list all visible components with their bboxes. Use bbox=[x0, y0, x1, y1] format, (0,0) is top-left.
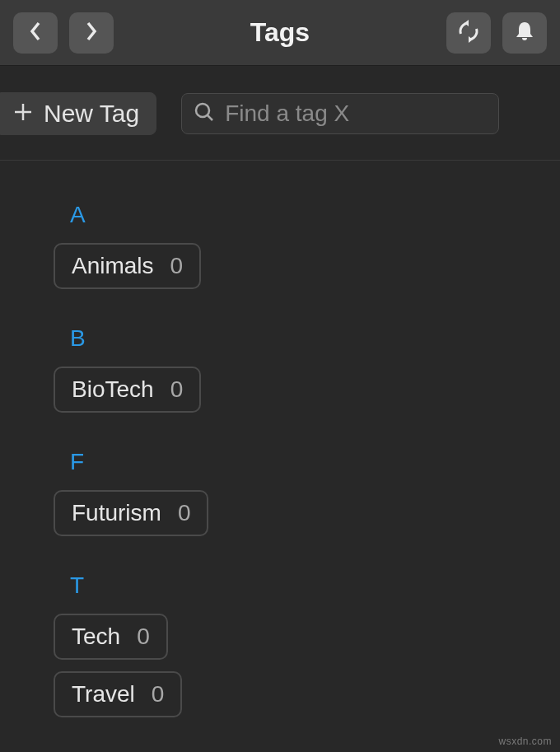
tag-name: Travel bbox=[72, 681, 135, 708]
plus-icon bbox=[12, 101, 34, 126]
new-tag-button[interactable]: New Tag bbox=[0, 92, 156, 135]
tag-count: 0 bbox=[170, 376, 184, 403]
chevron-left-icon bbox=[27, 20, 44, 46]
search-icon bbox=[194, 101, 215, 126]
letter-heading: T bbox=[54, 564, 560, 614]
letter-heading: B bbox=[54, 317, 560, 367]
tags-list: A Animals 0 B BioTech 0 F Futurism 0 T bbox=[0, 161, 560, 729]
tag-count: 0 bbox=[152, 681, 165, 708]
letter-heading: F bbox=[54, 441, 560, 490]
watermark: wsxdn.com bbox=[498, 736, 552, 747]
tag-name: Tech bbox=[72, 624, 120, 650]
letter-heading: A bbox=[54, 194, 560, 243]
svg-marker-0 bbox=[464, 20, 469, 26]
tag-chip[interactable]: Tech 0 bbox=[54, 614, 168, 660]
notifications-button[interactable] bbox=[502, 12, 547, 54]
letter-group: B BioTech 0 bbox=[54, 317, 560, 424]
title-bar: Tags bbox=[0, 0, 560, 66]
letter-group: T Tech 0 Travel 0 bbox=[54, 564, 560, 729]
tag-count: 0 bbox=[137, 624, 150, 650]
search-field-wrap[interactable] bbox=[181, 93, 499, 134]
back-button[interactable] bbox=[13, 12, 58, 54]
svg-point-4 bbox=[196, 104, 209, 117]
tag-name: Animals bbox=[72, 253, 154, 279]
svg-line-5 bbox=[208, 115, 212, 120]
svg-marker-1 bbox=[469, 36, 473, 43]
toolbar: New Tag bbox=[0, 66, 560, 161]
tag-chip[interactable]: Futurism 0 bbox=[54, 490, 208, 536]
new-tag-label: New Tag bbox=[44, 100, 139, 128]
search-input[interactable] bbox=[225, 100, 520, 127]
tag-chip[interactable]: Travel 0 bbox=[54, 671, 182, 717]
sync-icon bbox=[456, 19, 481, 47]
tag-name: Futurism bbox=[72, 500, 161, 526]
tag-chip[interactable]: Animals 0 bbox=[54, 243, 201, 289]
bell-icon bbox=[513, 20, 536, 46]
tag-count: 0 bbox=[170, 253, 184, 279]
letter-group: A Animals 0 bbox=[54, 194, 560, 301]
tag-count: 0 bbox=[178, 500, 191, 526]
chevron-right-icon bbox=[83, 20, 100, 46]
tag-name: BioTech bbox=[72, 376, 154, 403]
tag-chip[interactable]: BioTech 0 bbox=[54, 367, 201, 413]
page-title: Tags bbox=[250, 17, 310, 48]
letter-group: F Futurism 0 bbox=[54, 441, 560, 548]
forward-button[interactable] bbox=[69, 12, 114, 54]
sync-button[interactable] bbox=[446, 12, 491, 54]
